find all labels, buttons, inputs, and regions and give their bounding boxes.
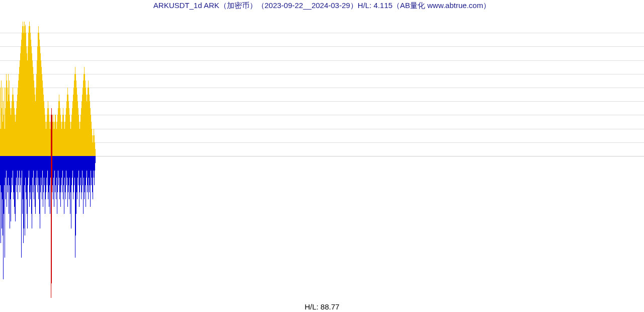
chart-area xyxy=(0,19,644,301)
chart-title: ARKUSDT_1d ARK（加密币）（2023-09-22__2024-03-… xyxy=(0,1,644,11)
chart-bars xyxy=(0,19,644,301)
bar-up xyxy=(95,149,96,156)
bar-down xyxy=(21,156,22,258)
bar-down xyxy=(95,156,96,163)
chart-footer: H/L: 88.77 xyxy=(0,302,644,311)
